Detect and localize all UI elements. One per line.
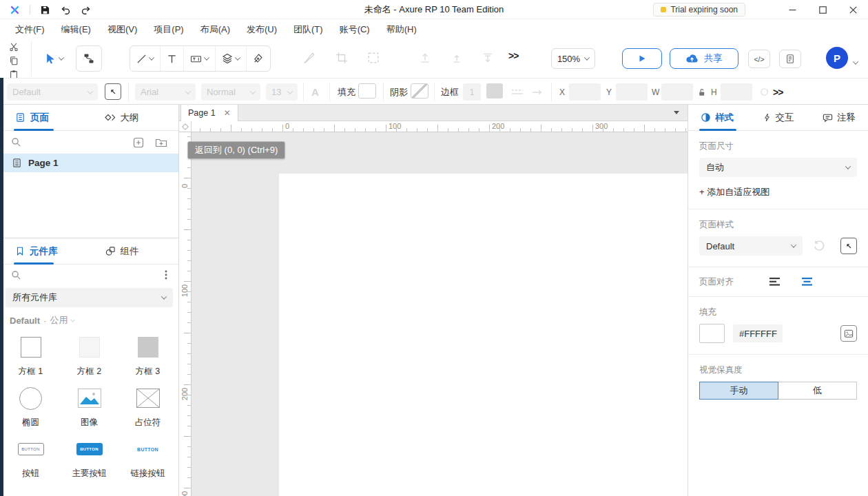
lock-ratio-icon[interactable] [697,83,706,101]
fidelity-low-option[interactable]: 低 [778,382,857,400]
shadow-swatch[interactable] [411,83,428,99]
tab-widget-library[interactable]: 元件库 [0,238,90,264]
x-field[interactable] [569,83,601,101]
tab-style[interactable]: 样式 [701,105,734,130]
maximize-button[interactable] [807,0,838,19]
toolbar-more-button[interactable]: >> [508,50,518,61]
vertical-ruler[interactable]: 0 100 200 300 [179,132,192,496]
font-color-button[interactable]: A [311,83,319,101]
canvas-tab-page1[interactable]: Page 1 ✕ [180,105,238,121]
w-field[interactable] [661,83,693,101]
style-picker-button[interactable] [840,238,857,254]
page-size-select[interactable]: 自动 [699,158,857,177]
widget-box1[interactable]: 方框 1 [1,331,60,382]
page-list-item[interactable]: Page 1 [0,154,178,172]
menu-help[interactable]: 帮助(H) [378,19,425,39]
menu-publish[interactable]: 发布(U) [238,19,285,39]
border-width-field[interactable]: 1 [463,83,481,101]
y-field[interactable] [616,83,648,101]
widget-button[interactable]: BUTTON按钮 [1,433,60,484]
search-icon[interactable] [11,270,21,280]
cut-icon[interactable] [9,41,19,52]
widget-ellipse[interactable]: 椭圆 [1,382,60,433]
fill-hex-field[interactable]: #FFFFFF [733,324,783,342]
notes-doc-button[interactable] [779,50,801,68]
menu-layout[interactable]: 布局(A) [192,19,238,39]
fill-image-button[interactable] [840,325,857,342]
widget-style-select[interactable]: Default [7,83,98,101]
right-panel: 样式 交互 注释 页面尺寸 自动 + 添加自适应视图 页面样式 [688,105,868,496]
preview-button[interactable] [622,48,662,69]
tab-interactions[interactable]: 交互 [763,105,794,130]
minimize-button[interactable] [777,0,807,19]
border-style-icon [511,83,524,101]
add-page-icon[interactable] [133,137,144,148]
avatar-chevron-icon[interactable] [853,59,858,64]
widget-box2[interactable]: 方框 2 [60,331,118,382]
font-size-select[interactable]: 13 [266,83,298,101]
text-tool-button[interactable] [160,46,183,71]
tab-list-caret-icon[interactable] [674,111,679,114]
y-label: Y [606,83,612,101]
menu-project[interactable]: 项目(P) [145,19,192,39]
tab-pages[interactable]: 页面 [0,105,90,130]
page-style-select[interactable]: Default [699,236,803,256]
widget-placeholder[interactable]: 占位符 [118,382,177,433]
format-painter-icon [303,52,316,64]
h-field[interactable] [721,83,752,101]
formatbar-more-button[interactable]: >> [773,83,783,101]
widget-h2[interactable]: H2 [60,484,118,496]
pen-tool-button[interactable] [246,46,270,71]
canvas-area: Page 1 ✕ 0 100 200 300 0 100 200 300 返回到… [179,105,688,496]
connector-tool-button[interactable] [76,45,102,72]
menu-view[interactable]: 视图(V) [99,19,145,39]
border-color-swatch[interactable] [486,83,503,99]
widget-h1[interactable]: H1 [1,484,60,496]
kebab-menu-icon[interactable] [165,269,167,280]
ruler-origin-corner[interactable] [179,121,192,132]
align-left-icon[interactable] [769,277,783,287]
tab-notes[interactable]: 注释 [823,105,856,130]
menu-account[interactable]: 账号(C) [331,19,378,39]
trial-badge[interactable]: Trial expiring soon [653,3,745,17]
widget-h3[interactable]: H3 [118,484,177,496]
h-label: H [711,83,717,101]
style-picker-button[interactable] [105,83,121,100]
chevron-down-icon [204,54,209,60]
close-tab-icon[interactable]: ✕ [224,108,231,118]
page-style-label: 页面样式 [699,219,857,231]
fill-color-swatch[interactable] [358,83,376,99]
code-button[interactable]: </> [748,50,770,68]
tab-outline[interactable]: 大纲 [90,105,179,130]
font-weight-select[interactable]: Normal [201,83,260,101]
textfield-tool-button[interactable] [183,46,215,71]
tab-components[interactable]: 组件 [90,238,179,264]
line-tool-button[interactable] [130,46,160,71]
widget-box3[interactable]: 方框 3 [118,331,177,382]
add-adaptive-view-link[interactable]: + 添加自适应视图 [699,186,857,198]
copy-icon[interactable] [9,55,19,66]
menu-file[interactable]: 文件(F) [7,19,53,39]
menu-edit[interactable]: 编辑(E) [53,19,99,39]
account-avatar[interactable]: P [826,47,848,69]
selection-tool-button[interactable] [38,45,70,72]
share-button[interactable]: 共享 [670,48,738,69]
add-folder-icon[interactable] [155,137,167,148]
widget-primary-button[interactable]: BUTTON主要按钮 [60,433,118,484]
page-canvas[interactable] [279,174,688,496]
page-fill-swatch[interactable] [699,324,725,343]
search-icon[interactable] [11,137,21,147]
widget-link-button[interactable]: BUTTON链接按钮 [118,433,177,484]
library-filter-select[interactable]: 所有元件库 [6,288,173,307]
library-section-header[interactable]: Default · 公用 [0,311,178,328]
align-center-icon[interactable] [800,277,814,287]
font-family-select[interactable]: Arial [135,83,196,101]
widget-image[interactable]: 图像 [60,382,118,433]
shapes-tool-button[interactable] [215,46,246,71]
horizontal-ruler[interactable]: 0 100 200 300 [192,121,688,132]
zoom-select[interactable]: 150% [551,48,595,69]
close-button[interactable] [838,0,868,19]
chevron-down-icon [87,88,93,94]
menu-team[interactable]: 团队(T) [285,19,331,39]
fidelity-manual-option[interactable]: 手动 [699,382,778,400]
